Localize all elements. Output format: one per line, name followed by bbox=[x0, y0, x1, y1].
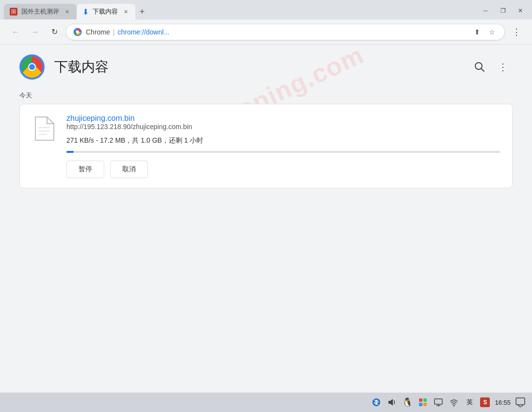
tab-close-1[interactable]: ✕ bbox=[63, 8, 71, 16]
download-card: zhujiceping.com.bin http://195.123.218.9… bbox=[19, 104, 513, 188]
tab-favicon-1: 国 bbox=[10, 8, 17, 16]
search-icon bbox=[474, 62, 485, 72]
qq-icon[interactable]: 🐧 bbox=[402, 396, 413, 408]
downloads-page: zhujiceping.com 下载内容 ⋮ bbox=[0, 45, 532, 393]
download-info: zhujiceping.com.bin http://195.123.218.9… bbox=[66, 114, 500, 178]
more-actions-button[interactable]: ⋮ bbox=[493, 57, 513, 77]
address-bar[interactable]: Chrome | chrome://downl... ⬆ ☆ bbox=[66, 24, 505, 40]
page-header-actions: ⋮ bbox=[470, 57, 513, 77]
tab-close-2[interactable]: ✕ bbox=[122, 8, 129, 16]
lang-text: 英 bbox=[467, 398, 473, 407]
taskbar-time: 16:55 bbox=[495, 399, 511, 406]
file-document-icon bbox=[33, 116, 55, 141]
notify-icon bbox=[516, 397, 525, 407]
figma-icon[interactable] bbox=[417, 396, 429, 408]
download-url: http://195.123.218.90/zhujiceping.com.bi… bbox=[66, 123, 500, 131]
svg-rect-20 bbox=[516, 398, 525, 405]
address-text: Chrome | chrome://downl... bbox=[86, 28, 468, 36]
toolbar: ← → ↻ Chrome | chrome://downl... ⬆ ☆ ⋮ bbox=[0, 19, 532, 45]
addr-url: chrome://downl... bbox=[117, 28, 169, 36]
back-button[interactable]: ← bbox=[8, 24, 23, 40]
page-title: 下载内容 bbox=[54, 58, 109, 76]
notification-button[interactable] bbox=[515, 396, 526, 408]
chrome-address-icon bbox=[73, 28, 82, 36]
restore-button[interactable]: ❐ bbox=[495, 5, 511, 16]
progress-bar-fill bbox=[66, 151, 74, 153]
sougou-label: S bbox=[480, 397, 490, 407]
chrome-logo bbox=[19, 54, 45, 80]
tab-active[interactable]: ⬇ 下载内容 ✕ bbox=[77, 4, 135, 19]
reload-button[interactable]: ↻ bbox=[47, 24, 62, 40]
tab-label-2: 下载内容 bbox=[93, 7, 118, 16]
download-tab-icon: ⬇ bbox=[82, 7, 89, 16]
language-label[interactable]: 英 bbox=[464, 396, 475, 408]
download-actions: 暂停 取消 bbox=[66, 161, 500, 178]
file-icon bbox=[32, 114, 57, 143]
section-label-today: 今天 bbox=[0, 87, 532, 104]
svg-rect-12 bbox=[419, 398, 422, 402]
svg-line-6 bbox=[481, 68, 484, 71]
cancel-button[interactable]: 取消 bbox=[110, 161, 148, 178]
taskbar: 🐧 英 S 16:55 bbox=[0, 393, 532, 412]
progress-bar bbox=[66, 151, 500, 153]
close-button[interactable]: ✕ bbox=[513, 5, 528, 16]
svg-point-19 bbox=[453, 405, 455, 407]
svg-point-4 bbox=[29, 64, 35, 70]
addr-separator: | bbox=[113, 28, 115, 36]
addr-actions: ⬆ ☆ bbox=[471, 26, 498, 38]
search-downloads-button[interactable] bbox=[470, 57, 489, 77]
page-header: 下载内容 ⋮ bbox=[0, 45, 532, 87]
sougou-icon[interactable]: S bbox=[479, 396, 491, 408]
display-icon[interactable] bbox=[433, 396, 444, 408]
bookmark-button[interactable]: ☆ bbox=[486, 26, 498, 38]
download-filename[interactable]: zhujiceping.com.bin bbox=[66, 114, 135, 122]
volume-icon[interactable] bbox=[386, 396, 398, 408]
share-button[interactable]: ⬆ bbox=[471, 26, 483, 38]
svg-marker-11 bbox=[388, 399, 393, 406]
wifi-icon[interactable] bbox=[448, 396, 460, 408]
svg-rect-16 bbox=[435, 399, 442, 404]
forward-button[interactable]: → bbox=[27, 24, 43, 40]
profile-button[interactable]: ⋮ bbox=[509, 24, 524, 40]
title-bar: 国 国外主机测评 ✕ ⬇ 下载内容 ✕ + ─ ❐ ✕ bbox=[0, 0, 532, 19]
window-controls: ─ ❐ ✕ bbox=[478, 5, 528, 16]
svg-rect-15 bbox=[423, 403, 427, 406]
tab-label-1: 国外主机测评 bbox=[21, 7, 59, 16]
minimize-button[interactable]: ─ bbox=[478, 5, 493, 16]
svg-rect-13 bbox=[423, 398, 427, 402]
new-tab-button[interactable]: + bbox=[135, 5, 149, 18]
volume-icon-svg bbox=[387, 398, 396, 407]
bluetooth-icon[interactable] bbox=[371, 396, 382, 408]
toolbar-end: ⋮ bbox=[509, 24, 524, 40]
addr-brand: Chrome bbox=[86, 28, 110, 36]
download-status: 271 KB/s - 17.2 MB，共 1.0 GB，还剩 1 小时 bbox=[66, 136, 500, 145]
svg-rect-14 bbox=[419, 403, 422, 406]
tab-inactive[interactable]: 国 国外主机测评 ✕ bbox=[4, 4, 77, 19]
pause-button[interactable]: 暂停 bbox=[66, 161, 104, 178]
